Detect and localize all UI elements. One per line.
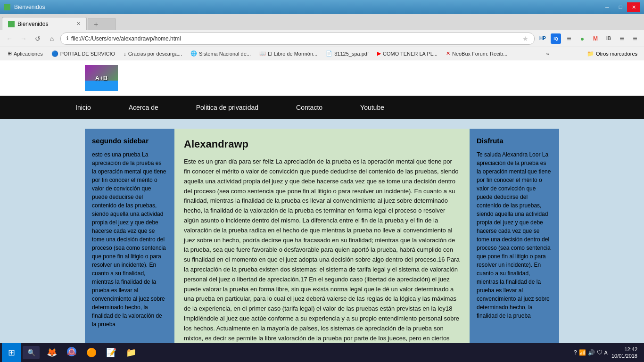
bookmark-portal[interactable]: 🔵 PORTAL DE SERVICIO: [48, 49, 119, 58]
bookmark-como[interactable]: ▶ COMO TENER LA PL...: [373, 49, 441, 58]
taskbar-time: 12:42 10/01/2018: [611, 346, 637, 360]
taskbar-apps: 🦊 🟠 📝 📁: [42, 343, 140, 362]
ext-icon-2[interactable]: ≡: [564, 33, 574, 44]
ext-more[interactable]: ≡: [630, 33, 640, 44]
back-button[interactable]: ←: [4, 33, 15, 44]
folder-icon-taskbar: 📁: [126, 347, 136, 358]
start-icon: ⊞: [8, 347, 15, 358]
tab-close-button[interactable]: ✕: [76, 21, 81, 27]
tab-favicon: [8, 21, 15, 27]
bookmarks-more-button[interactable]: »: [544, 50, 552, 58]
bookmark-como-icon: ▶: [377, 50, 381, 57]
bookmark-pdf[interactable]: 📄 31125_spa.pdf: [322, 49, 372, 58]
ext-icon-1[interactable]: IQ: [551, 33, 561, 44]
bookmark-neobux-icon: ✕: [446, 50, 450, 57]
logo-text: A+B: [95, 74, 107, 82]
firefox-icon: 🦊: [47, 347, 57, 358]
window-title: Bienvenidos: [14, 4, 45, 10]
address-lock-icon: ℹ: [66, 35, 68, 41]
signal-icon: 📶: [579, 349, 586, 356]
bookmark-aplicaciones-icon: ⊞: [8, 50, 12, 57]
antivirus-icon: 🛡: [597, 349, 603, 356]
taskbar-app-folder[interactable]: 📁: [122, 343, 140, 362]
main-content: Alexandrawp Este es un gran día para ser…: [174, 129, 470, 362]
nav-contacto[interactable]: Contacto: [277, 96, 341, 119]
address-bar[interactable]: ℹ file:///C:/Users/orve/alexandrawp/home…: [60, 33, 535, 45]
window-title-bar: Bienvenidos ─ □ ✕: [0, 0, 644, 14]
close-button[interactable]: ✕: [627, 2, 640, 12]
folder-icon: 📁: [587, 50, 594, 57]
taskbar-app-sublime[interactable]: 📝: [102, 343, 121, 362]
bookmarks-bar: ⊞ Aplicaciones 🔵 PORTAL DE SERVICIO ↓ Gr…: [0, 47, 644, 60]
sidebar-right-text: Te saluda Alexandra Loor La apreciación …: [477, 150, 552, 320]
ext-icon-gmail[interactable]: M: [590, 33, 601, 44]
site-header: A+B: [0, 60, 644, 96]
taskbar-app-firefox[interactable]: 🦊: [42, 343, 61, 362]
bookmark-sistema[interactable]: 🌐 Sistema Nacional de...: [187, 49, 255, 58]
tab-new[interactable]: +: [88, 18, 116, 30]
sidebar-left: segundo sidebar esto es una prueba La ap…: [85, 129, 174, 362]
website: A+B Inicio Acerca de Politica de privaci…: [0, 60, 644, 362]
bookmark-aplicaciones[interactable]: ⊞ Aplicaciones: [4, 49, 47, 58]
nav-acerca[interactable]: Acerca de: [110, 96, 177, 119]
xampp-icon: 🟠: [86, 347, 97, 358]
minimize-button[interactable]: ─: [601, 2, 614, 12]
ext-menu-1[interactable]: ≡: [617, 33, 627, 44]
nav-inicio[interactable]: Inicio: [57, 96, 110, 119]
sidebar-right: Disfruta Te saluda Alexandra Loor La apr…: [470, 129, 559, 362]
window-controls: ─ □ ✕: [601, 2, 640, 12]
search-icon: 🔍: [27, 349, 35, 356]
site-logo[interactable]: A+B: [85, 65, 118, 91]
main-content-title: Alexandrawp: [184, 136, 460, 152]
volume-icon: 🔊: [588, 349, 595, 356]
main-nav: Inicio Acerca de Politica de privacidad …: [0, 96, 644, 119]
input-lang-icon: A: [604, 350, 608, 355]
bookmark-pdf-icon: 📄: [326, 50, 332, 57]
taskbar-system-icons: ? 📶 🔊 🛡 A: [574, 349, 608, 356]
start-button[interactable]: ⊞: [2, 343, 21, 362]
tab-bar: Bienvenidos ✕ +: [0, 14, 644, 30]
nav-privacidad[interactable]: Politica de privacidad: [177, 96, 277, 119]
date: 10/01/2018: [611, 353, 637, 359]
chrome-icon: [67, 347, 76, 359]
ext-icon-3[interactable]: ●: [577, 33, 587, 44]
bookmark-libro-icon: 📖: [259, 50, 266, 57]
tab-active-bienvenidos[interactable]: Bienvenidos ✕: [2, 17, 87, 30]
taskbar-search-button[interactable]: 🔍: [23, 346, 40, 359]
window-favicon: [4, 4, 10, 10]
tab-label: Bienvenidos: [17, 21, 48, 27]
content-area: segundo sidebar esto es una prueba La ap…: [0, 119, 644, 362]
home-button[interactable]: ⌂: [46, 33, 58, 44]
sidebar-left-text: esto es una prueba La apreciación de la …: [92, 150, 167, 329]
bookmark-sistema-icon: 🌐: [190, 50, 197, 57]
sidebar-left-title: segundo sidebar: [92, 136, 167, 147]
maximize-button[interactable]: □: [614, 2, 627, 12]
sublime-icon: 📝: [106, 347, 116, 358]
window-title-content: Bienvenidos: [4, 4, 45, 10]
help-icon: ?: [574, 349, 577, 356]
nav-youtube[interactable]: Youtube: [341, 96, 403, 119]
bookmark-neobux[interactable]: ✕ NeoBux Forum: Recib...: [442, 49, 511, 58]
nav-bar: ← → ↺ ⌂ ℹ file:///C:/Users/orve/alexandr…: [0, 30, 644, 47]
bookmark-portal-icon: 🔵: [51, 50, 58, 57]
clock: 12:42: [611, 346, 637, 353]
taskbar-app-chrome[interactable]: [62, 343, 81, 362]
reload-button[interactable]: ↺: [32, 33, 43, 44]
forward-button[interactable]: →: [18, 33, 29, 44]
taskbar-app-xampp[interactable]: 🟠: [82, 343, 101, 362]
sidebar-right-title: Disfruta: [477, 136, 552, 147]
nav-icons-right: HP IQ ≡ ● M IB ≡ ≡: [537, 33, 640, 44]
address-text: file:///C:/Users/orve/alexandrawp/home.h…: [71, 35, 520, 42]
star-icon[interactable]: ★: [522, 35, 528, 42]
bookmark-gracias[interactable]: ↓ Gracias por descarga...: [120, 50, 186, 58]
taskbar: ⊞ 🔍 🦊 🟠 📝 📁: [0, 343, 644, 362]
bookmark-gracias-icon: ↓: [124, 51, 126, 57]
taskbar-right: ? 📶 🔊 🛡 A 12:42 10/01/2018: [574, 346, 642, 360]
hp-icon[interactable]: HP: [537, 33, 548, 44]
new-tab-icon: +: [94, 20, 98, 29]
ext-icon-4[interactable]: IB: [603, 33, 614, 44]
main-content-text: Este es un gran día para ser feliz La ap…: [184, 157, 460, 362]
bookmark-libro[interactable]: 📖 El Libro de Mormón...: [256, 49, 321, 58]
otros-marcadores-button[interactable]: 📁 Otros marcadores: [584, 49, 640, 58]
